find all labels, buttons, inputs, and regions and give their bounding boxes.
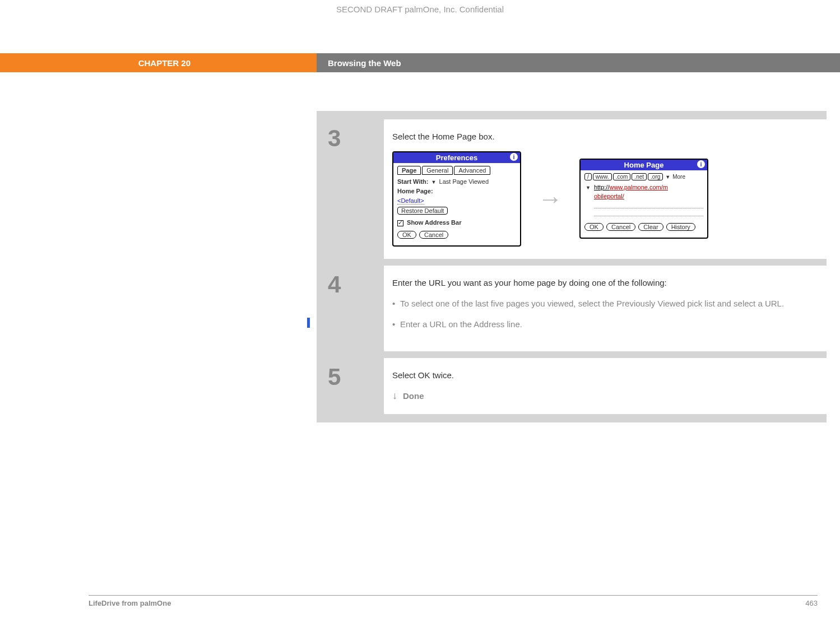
tab-general[interactable]: General — [422, 166, 453, 175]
home-page-row: Home Page: — [397, 188, 516, 194]
url-line-1: http://www.palmone.com/m — [594, 184, 703, 191]
btn-com[interactable]: .com — [613, 173, 631, 180]
ok-button[interactable]: OK — [584, 223, 604, 231]
footer-product: LifeDrive from palmOne — [89, 599, 171, 607]
bullet-list: To select one of the last five pages you… — [392, 298, 815, 330]
footer: LifeDrive from palmOne 463 — [89, 595, 818, 607]
prefs-body: Page General Advanced Start With: ▼ Last… — [393, 163, 520, 245]
hp-shortcuts-row: / www. .com .net .org ▼ More — [584, 173, 703, 180]
homepage-screen: Home Page i / www. .com .net .org ▼ More — [579, 159, 708, 239]
tab-page[interactable]: Page — [397, 166, 421, 175]
dropdown-icon[interactable]: ▼ — [431, 179, 437, 185]
bullet-item-1: To select one of the last five pages you… — [392, 298, 815, 309]
prefs-tabs: Page General Advanced — [397, 166, 516, 175]
step-number-4: 4 — [317, 266, 384, 351]
dropdown-icon[interactable]: ▼ — [586, 185, 591, 191]
btn-www[interactable]: www. — [593, 173, 612, 180]
ok-button[interactable]: OK — [397, 231, 416, 239]
chapter-title: Browsing the Web — [317, 53, 840, 72]
step-3: 3 Select the Home Page box. Preferences … — [317, 119, 827, 259]
prefs-buttons-row: OK Cancel — [397, 231, 516, 239]
done-row: ↓ Done — [392, 390, 815, 402]
preferences-title: Preferences i — [393, 152, 520, 163]
restore-default-button[interactable]: Restore Default — [397, 207, 448, 215]
info-icon[interactable]: i — [510, 153, 518, 161]
url-highlight-2: obileportal/ — [594, 193, 624, 199]
url-area[interactable]: http://www.palmone.com/m obileportal/ — [594, 184, 703, 217]
btn-org[interactable]: .org — [648, 173, 663, 180]
change-bar — [307, 318, 310, 328]
prefs-title-text: Preferences — [436, 154, 477, 162]
home-page-label: Home Page: — [397, 188, 433, 194]
btn-slash[interactable]: / — [584, 173, 592, 180]
clear-button[interactable]: Clear — [638, 223, 663, 231]
step-4: 4 Enter the URL you want as your home pa… — [317, 266, 827, 351]
hp-buttons-row: OK Cancel Clear History — [584, 223, 703, 231]
chapter-bar: CHAPTER 20 Browsing the Web — [0, 53, 840, 72]
preferences-screen: Preferences i Page General Advanced Star… — [392, 151, 521, 247]
checkbox-icon[interactable] — [397, 220, 403, 226]
url-highlight: www.palmone.com/m — [609, 184, 668, 191]
dropdown-icon[interactable]: ▼ — [665, 174, 670, 180]
start-with-row: Start With: ▼ Last Page Viewed — [397, 178, 516, 185]
info-icon[interactable]: i — [697, 160, 705, 168]
homepage-title: Home Page i — [581, 160, 707, 170]
step-number-3: 3 — [317, 119, 384, 259]
step-number-5: 5 — [317, 358, 384, 414]
restore-row: Restore Default — [397, 207, 516, 215]
step-content-3: Select the Home Page box. Preferences i … — [384, 119, 827, 259]
step-3-title: Select the Home Page box. — [392, 132, 815, 141]
start-with-value: Last Page Viewed — [439, 178, 489, 185]
done-arrow-icon: ↓ — [392, 390, 397, 402]
chapter-label: CHAPTER 20 — [0, 53, 317, 72]
cancel-button[interactable]: Cancel — [606, 223, 635, 231]
homepage-title-text: Home Page — [624, 161, 664, 169]
screenshots-row: Preferences i Page General Advanced Star… — [392, 151, 815, 247]
done-text: Done — [403, 391, 424, 401]
steps-container: 3 Select the Home Page box. Preferences … — [317, 111, 827, 422]
step-content-4: Enter the URL you want as your home page… — [384, 266, 827, 351]
footer-page-number: 463 — [805, 599, 818, 607]
default-value[interactable]: <Default> — [397, 197, 424, 205]
start-with-label: Start With: — [397, 178, 429, 185]
arrow-right-icon: → — [538, 185, 563, 213]
step-4-title: Enter the URL you want as your home page… — [392, 278, 815, 287]
step-5-title: Select OK twice. — [392, 370, 815, 380]
tab-advanced[interactable]: Advanced — [454, 166, 490, 175]
default-row: <Default> — [397, 197, 516, 204]
history-button[interactable]: History — [666, 223, 695, 231]
bullet-item-2: Enter a URL on the Address line. — [392, 318, 815, 330]
url-prefix: http:// — [594, 184, 610, 191]
btn-more[interactable]: More — [672, 174, 685, 180]
dotted-line — [594, 210, 703, 216]
draft-header: SECOND DRAFT palmOne, Inc. Confidential — [0, 4, 840, 14]
homepage-body: / www. .com .net .org ▼ More ▼ — [581, 170, 707, 238]
step-5: 5 Select OK twice. ↓ Done — [317, 358, 827, 414]
show-address-row: Show Address Bar — [397, 219, 516, 226]
url-line-2: obileportal/ — [594, 193, 703, 199]
show-address-label: Show Address Bar — [407, 219, 461, 226]
cancel-button[interactable]: Cancel — [419, 231, 448, 239]
btn-net[interactable]: .net — [632, 173, 647, 180]
dotted-line — [594, 202, 703, 208]
url-row: ▼ http://www.palmone.com/m obileportal/ — [584, 184, 703, 217]
step-content-5: Select OK twice. ↓ Done — [384, 358, 827, 414]
